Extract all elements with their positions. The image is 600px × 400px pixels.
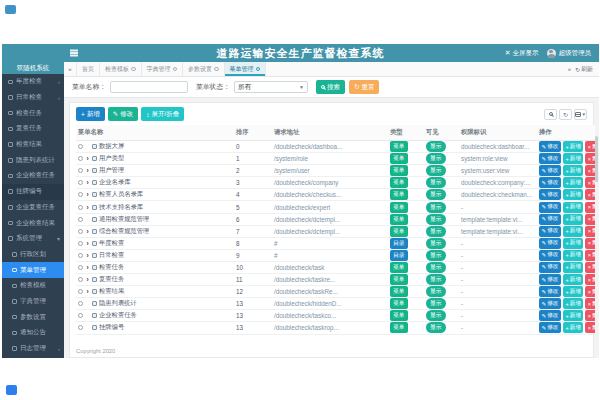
- row-delete-button[interactable]: ×删除: [585, 238, 595, 249]
- row-radio[interactable]: [78, 289, 83, 294]
- tab-scroll-left-icon[interactable]: «: [64, 62, 77, 76]
- tab-close-icon[interactable]: [214, 67, 219, 72]
- row-radio[interactable]: [78, 253, 83, 258]
- row-add-button[interactable]: +新增: [563, 165, 583, 176]
- row-edit-button[interactable]: ✎修改: [539, 298, 561, 309]
- toggle-search-button[interactable]: [544, 109, 557, 120]
- row-delete-button[interactable]: ×删除: [585, 214, 595, 225]
- row-delete-button[interactable]: ×删除: [585, 177, 595, 188]
- row-add-button[interactable]: +新增: [563, 322, 583, 333]
- tab-close-icon[interactable]: [256, 67, 261, 72]
- sidebar-item-检查模板[interactable]: 检查模板: [2, 278, 64, 294]
- tree-expand-icon[interactable]: ›: [85, 155, 90, 162]
- row-edit-button[interactable]: ✎修改: [539, 310, 561, 321]
- row-edit-button[interactable]: ✎修改: [539, 153, 561, 164]
- row-edit-button[interactable]: ✎修改: [539, 322, 561, 333]
- tab-参数设置[interactable]: 参数设置: [183, 62, 225, 76]
- row-radio[interactable]: [78, 313, 83, 318]
- row-add-button[interactable]: +新增: [563, 141, 583, 152]
- columns-button[interactable]: ▼: [574, 109, 587, 120]
- row-add-button[interactable]: +新增: [563, 286, 583, 297]
- row-delete-button[interactable]: ×删除: [585, 165, 595, 176]
- row-delete-button[interactable]: ×删除: [585, 202, 595, 213]
- row-edit-button[interactable]: ✎修改: [539, 226, 561, 237]
- tree-expand-icon[interactable]: ›: [85, 240, 90, 247]
- row-radio[interactable]: [78, 277, 83, 282]
- row-radio[interactable]: [78, 301, 83, 306]
- row-add-button[interactable]: +新增: [563, 202, 583, 213]
- row-edit-button[interactable]: ✎修改: [539, 274, 561, 285]
- tree-expand-icon[interactable]: ›: [85, 204, 90, 211]
- sidebar-item-年度检查[interactable]: 年度检查‹: [2, 74, 64, 90]
- tree-expand-icon[interactable]: ›: [85, 276, 90, 283]
- sidebar-item-日常检查[interactable]: 日常检查‹: [2, 90, 64, 106]
- add-button[interactable]: + 新增: [76, 107, 105, 121]
- sidebar-item-字典管理[interactable]: 字典管理: [2, 294, 64, 310]
- floating-widget-top[interactable]: [5, 5, 16, 14]
- row-delete-button[interactable]: ×删除: [585, 141, 595, 152]
- refresh-tab-button[interactable]: ↻ 刷新: [575, 65, 593, 74]
- tree-expand-icon[interactable]: ›: [85, 252, 90, 259]
- row-radio[interactable]: [78, 217, 83, 222]
- row-radio[interactable]: [78, 229, 83, 234]
- floating-widget-bottom[interactable]: [6, 385, 17, 395]
- row-add-button[interactable]: +新增: [563, 214, 583, 225]
- row-add-button[interactable]: +新增: [563, 262, 583, 273]
- tab-scroll-right-icon[interactable]: »: [568, 66, 571, 72]
- refresh-table-button[interactable]: ↻: [559, 109, 572, 120]
- row-delete-button[interactable]: ×删除: [585, 250, 595, 261]
- row-radio[interactable]: [78, 241, 83, 246]
- row-add-button[interactable]: +新增: [563, 310, 583, 321]
- row-add-button[interactable]: +新增: [563, 250, 583, 261]
- row-radio[interactable]: [78, 180, 83, 185]
- sidebar-item-隐患列表统计[interactable]: 隐患列表统计: [2, 152, 64, 168]
- menu-status-select[interactable]: 所有 ▼: [234, 81, 308, 93]
- row-add-button[interactable]: +新增: [563, 189, 583, 200]
- row-delete-button[interactable]: ×删除: [585, 298, 595, 309]
- sidebar-item-检查任务[interactable]: 检查任务: [2, 105, 64, 121]
- search-button[interactable]: 搜索: [316, 80, 345, 94]
- row-edit-button[interactable]: ✎修改: [539, 141, 561, 152]
- row-add-button[interactable]: +新增: [563, 238, 583, 249]
- scrollbar-thumb[interactable]: [595, 136, 598, 182]
- sidebar-item-日志管理[interactable]: 日志管理‹: [2, 341, 64, 357]
- sidebar-item-通知公告[interactable]: 通知公告: [2, 325, 64, 341]
- row-delete-button[interactable]: ×删除: [585, 153, 595, 164]
- fullscreen-button[interactable]: ✕ 全屏显示: [505, 49, 539, 58]
- row-edit-button[interactable]: ✎修改: [539, 177, 561, 188]
- tree-expand-icon[interactable]: ›: [85, 288, 90, 295]
- row-delete-button[interactable]: ×删除: [585, 286, 595, 297]
- tab-检查模板[interactable]: 检查模板: [100, 62, 142, 76]
- sidebar-item-参数设置[interactable]: 参数设置: [2, 309, 64, 325]
- row-radio[interactable]: [78, 265, 83, 270]
- row-add-button[interactable]: +新增: [563, 298, 583, 309]
- tree-expand-icon[interactable]: ›: [85, 167, 90, 174]
- row-edit-button[interactable]: ✎修改: [539, 214, 561, 225]
- sidebar-item-检查结果[interactable]: 检查结果: [2, 137, 64, 153]
- row-delete-button[interactable]: ×删除: [585, 274, 595, 285]
- row-add-button[interactable]: +新增: [563, 274, 583, 285]
- sidebar-item-菜单管理[interactable]: 菜单管理: [2, 262, 64, 278]
- row-edit-button[interactable]: ✎修改: [539, 238, 561, 249]
- tree-expand-icon[interactable]: ›: [85, 264, 90, 271]
- row-radio[interactable]: [78, 144, 83, 149]
- row-delete-button[interactable]: ×删除: [585, 189, 595, 200]
- row-radio[interactable]: [78, 192, 83, 197]
- row-delete-button[interactable]: ×删除: [585, 322, 595, 333]
- row-edit-button[interactable]: ✎修改: [539, 250, 561, 261]
- tab-close-icon[interactable]: [173, 67, 178, 72]
- row-radio[interactable]: [78, 205, 83, 210]
- user-menu[interactable]: 超级管理员: [547, 49, 592, 58]
- sidebar-item-系统管理[interactable]: 系统管理▾: [2, 231, 64, 247]
- row-edit-button[interactable]: ✎修改: [539, 189, 561, 200]
- sidebar-item-企业复查任务[interactable]: 企业复查任务: [2, 200, 64, 216]
- row-edit-button[interactable]: ✎修改: [539, 202, 561, 213]
- tab-菜单管理[interactable]: 菜单管理: [225, 62, 267, 76]
- row-radio[interactable]: [78, 325, 83, 330]
- row-edit-button[interactable]: ✎修改: [539, 286, 561, 297]
- tab-首页[interactable]: 首页: [77, 62, 100, 76]
- tree-expand-icon[interactable]: ›: [85, 179, 90, 186]
- sidebar-item-企业检查任务[interactable]: 企业检查任务: [2, 168, 64, 184]
- row-add-button[interactable]: +新增: [563, 177, 583, 188]
- expand-collapse-button[interactable]: ↕ 展开/折叠: [141, 107, 184, 121]
